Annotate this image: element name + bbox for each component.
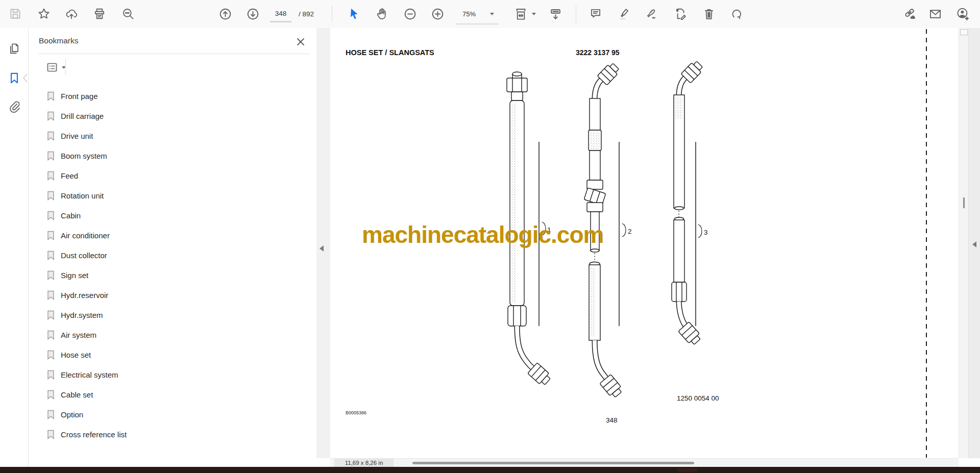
bookmark-item-label: Rotation unit — [61, 191, 104, 200]
search-icon — [121, 7, 135, 20]
bookmark-item-option[interactable]: Option — [47, 406, 292, 422]
cursor-icon — [348, 7, 361, 20]
bookmark-item-air-system[interactable]: Air system — [47, 327, 292, 343]
print-button[interactable] — [89, 4, 110, 24]
bookmarks-panel-title: Bookmarks — [39, 36, 79, 45]
bookmark-ribbon-icon — [47, 131, 55, 141]
link-cloud-icon — [903, 7, 917, 21]
page-number-input[interactable]: 348 — [270, 7, 291, 22]
pages-icon — [8, 42, 21, 55]
bookmark-item-cross-reference-list[interactable]: Cross reference list — [47, 426, 292, 442]
star-button[interactable] — [34, 4, 54, 24]
scrolling-mode-button[interactable] — [545, 4, 566, 24]
comment-bubble-icon — [589, 7, 602, 20]
bookmark-item-dust-collector[interactable]: Dust collector — [47, 247, 292, 263]
bookmark-item-boom-system[interactable]: Boom system — [47, 147, 292, 164]
share-link-button[interactable] — [899, 4, 920, 24]
bookmark-item-hydr-system[interactable]: Hydr.system — [47, 307, 292, 323]
fit-dropdown-caret-icon[interactable] — [532, 13, 536, 15]
zoom-dropdown-underline — [456, 23, 499, 24]
bookmark-ribbon-icon — [47, 111, 55, 121]
bookmarks-panel-button[interactable] — [4, 68, 24, 88]
bookmark-item-sign-set[interactable]: Sign set — [47, 267, 292, 283]
bookmarks-close-button[interactable] — [294, 35, 307, 48]
close-icon — [296, 37, 305, 46]
zoom-dropdown-caret-icon[interactable] — [490, 13, 494, 15]
options-divider — [65, 59, 66, 75]
attachments-button[interactable] — [4, 96, 24, 117]
bookmark-item-label: Cable set — [61, 390, 93, 399]
share-people-button[interactable] — [952, 4, 973, 24]
bookmark-ribbon-icon — [47, 410, 55, 419]
fit-width-button[interactable] — [510, 4, 531, 24]
redo-button[interactable] — [726, 4, 747, 24]
bookmark-ribbon-icon — [47, 330, 55, 340]
collapse-left-panel-icon[interactable] — [320, 245, 324, 252]
panel-connector-notch — [22, 73, 28, 83]
pdf-viewer-window: 348 / 892 75% — [0, 0, 980, 473]
next-page-button[interactable] — [242, 4, 263, 24]
bookmark-item-label: Electrical system — [61, 370, 118, 379]
bookmark-ribbon-icon — [47, 290, 55, 300]
edit-page-icon — [674, 7, 687, 20]
zoom-in-button[interactable] — [427, 4, 448, 24]
callout-3: 3 — [704, 229, 708, 236]
bookmark-item-cable-set[interactable]: Cable set — [47, 386, 292, 403]
fill-sign-button[interactable] — [642, 4, 662, 24]
bookmark-item-label: Dust collector — [61, 251, 107, 260]
vertical-scrollbar[interactable] — [959, 28, 969, 458]
bookmark-item-rotation-unit[interactable]: Rotation unit — [47, 187, 292, 204]
delete-button[interactable] — [699, 4, 719, 24]
bookmarks-header-divider — [39, 54, 309, 54]
page-thumbnails-button[interactable] — [4, 38, 24, 59]
bookmark-item-label: Hydr.system — [61, 311, 103, 319]
email-button[interactable] — [925, 4, 945, 24]
hand-tool-button[interactable] — [372, 4, 392, 24]
trash-icon — [702, 7, 716, 20]
right-tools-collapse-strip[interactable] — [968, 28, 980, 458]
bookmark-item-label: Air system — [61, 331, 96, 339]
bookmark-item-feed[interactable]: Feed — [47, 167, 292, 184]
bookmark-item-label: Front page — [61, 92, 98, 101]
bookmark-item-hose-set[interactable]: Hose set — [47, 346, 292, 363]
save-button[interactable] — [5, 4, 26, 24]
bookmark-item-label: Hydr.reservoir — [61, 291, 108, 300]
bookmarks-options-button[interactable] — [46, 60, 66, 74]
reference-number: 1250 0054 00 — [677, 394, 719, 402]
bookmark-icon — [8, 71, 21, 85]
document-status-bar: 11,69 x 8,26 in — [330, 458, 959, 467]
bookmark-item-front-page[interactable]: Front page — [47, 88, 292, 104]
bookmark-item-label: Feed — [61, 171, 78, 180]
select-tool-button[interactable] — [344, 4, 364, 24]
bookmark-ribbon-icon — [47, 91, 55, 101]
collapse-right-panel-icon[interactable] — [972, 241, 976, 247]
bookmark-item-hydr-reservoir[interactable]: Hydr.reservoir — [47, 287, 292, 303]
search-button[interactable] — [118, 4, 138, 24]
bookmark-item-label: Drive unit — [61, 132, 93, 140]
bookmark-item-cabin[interactable]: Cabin — [47, 207, 292, 223]
bookmark-item-electrical-system[interactable]: Electrical system — [47, 366, 292, 383]
bookmark-ribbon-icon — [47, 211, 55, 220]
scrolling-mode-icon — [549, 7, 562, 21]
share-cloud-button[interactable] — [61, 4, 82, 24]
edit-page-button[interactable] — [670, 4, 691, 24]
arrow-down-circle-icon — [246, 7, 260, 21]
comment-button[interactable] — [585, 4, 606, 24]
bookmark-ribbon-icon — [47, 430, 55, 439]
vertical-scrollbar-thumb[interactable] — [963, 197, 965, 208]
bookmark-item-drive-unit[interactable]: Drive unit — [47, 128, 292, 144]
panel-splitter[interactable] — [316, 28, 331, 458]
highlight-button[interactable] — [614, 4, 634, 24]
previous-page-button[interactable] — [215, 4, 235, 24]
bookmark-item-drill-carriage[interactable]: Drill carriage — [47, 108, 292, 124]
zoom-out-button[interactable] — [400, 4, 420, 24]
horizontal-scrollbar-thumb[interactable] — [412, 462, 694, 464]
bookmark-item-label: Cabin — [61, 211, 81, 220]
bookmark-item-air-conditioner[interactable]: Air conditioner — [47, 227, 292, 243]
vertical-scrollbar-top-thumb[interactable] — [960, 29, 968, 35]
document-page[interactable]: HOSE SET / SLANGSATS 3222 3137 95 — [330, 28, 959, 458]
bookmark-ribbon-icon — [47, 191, 55, 201]
bookmark-item-label: Sign set — [61, 271, 88, 280]
page-fold-dashed-line — [926, 29, 927, 458]
fit-width-icon — [514, 7, 528, 21]
